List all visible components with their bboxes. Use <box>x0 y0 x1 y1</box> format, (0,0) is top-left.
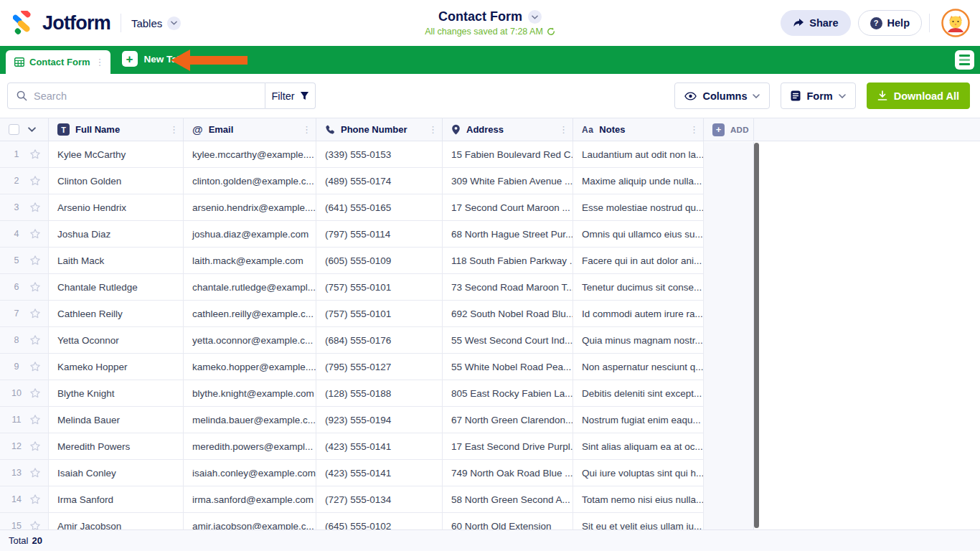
cell-address[interactable]: 55 West Second Court Ind... <box>443 327 573 354</box>
cell-address[interactable]: 692 South Nobel Road Blu... <box>443 301 573 327</box>
cell-address[interactable]: 68 North Hague Street Pur... <box>443 221 573 248</box>
cell-notes[interactable]: Qui iure voluptas sint qui h... <box>573 460 704 486</box>
cell-notes[interactable]: Laudantium aut odit non la... <box>573 141 704 168</box>
column-menu-icon[interactable]: ⋮ <box>302 125 311 134</box>
title-chevron-down-icon[interactable] <box>528 10 542 24</box>
star-favorite-icon[interactable] <box>29 202 41 213</box>
vertical-scrollbar[interactable] <box>754 143 759 528</box>
select-all-checkbox[interactable] <box>9 124 19 135</box>
cell-phone[interactable]: (757) 555-0101 <box>316 274 443 301</box>
cell-address[interactable]: 67 North Green Clarendon... <box>443 407 573 433</box>
cell-email[interactable]: irma.sanford@example.com <box>184 486 316 513</box>
star-favorite-icon[interactable] <box>29 308 41 319</box>
cell-address[interactable]: 17 East Second Drive Purpl... <box>443 433 573 460</box>
cell-email[interactable]: blythe.knight@example.com <box>184 380 316 407</box>
cell-email[interactable]: arsenio.hendrix@example.... <box>184 194 316 221</box>
column-menu-icon[interactable]: ⋮ <box>428 125 438 134</box>
add-column-button[interactable]: + ADD <box>704 118 754 141</box>
search-input[interactable] <box>34 90 256 102</box>
cell-address[interactable]: 73 Second Road Maroon T... <box>443 274 573 301</box>
tables-product-switcher[interactable]: Tables <box>131 17 181 30</box>
share-button[interactable]: Share <box>781 10 850 36</box>
tab-menu-dots-icon[interactable]: ⋮ <box>95 57 105 67</box>
cell-notes[interactable]: Quia minus magnam nostr... <box>573 327 704 354</box>
cell-address[interactable]: 15 Fabien Boulevard Red C... <box>443 141 573 168</box>
star-favorite-icon[interactable] <box>29 228 41 240</box>
cell-phone[interactable]: (423) 555-0141 <box>316 433 443 460</box>
cell-full-name[interactable]: Kylee McCarthy <box>49 141 184 168</box>
cell-full-name[interactable]: Blythe Knight <box>49 380 184 407</box>
cell-phone[interactable]: (797) 555-0114 <box>316 221 443 248</box>
cell-notes[interactable]: Non aspernatur nesciunt q... <box>573 354 704 380</box>
cell-email[interactable]: melinda.bauer@example.c... <box>184 407 316 433</box>
cell-notes[interactable]: Debitis deleniti sint except... <box>573 380 704 407</box>
column-header-full-name[interactable]: T Full Name ⋮ <box>49 118 184 141</box>
cell-phone[interactable]: (339) 555-0153 <box>316 141 443 168</box>
download-all-button[interactable]: Download All <box>867 83 970 109</box>
cell-phone[interactable]: (645) 555-0102 <box>316 513 443 529</box>
cell-address[interactable]: 309 White Fabien Avenue ... <box>443 168 573 194</box>
cell-full-name[interactable]: Chantale Rutledge <box>49 274 184 301</box>
cell-phone[interactable]: (795) 555-0127 <box>316 354 443 380</box>
cell-full-name[interactable]: Joshua Diaz <box>49 221 184 248</box>
cell-full-name[interactable]: Clinton Golden <box>49 168 184 194</box>
star-favorite-icon[interactable] <box>29 149 41 160</box>
column-menu-icon[interactable]: ⋮ <box>169 125 179 134</box>
star-favorite-icon[interactable] <box>29 520 41 529</box>
cell-address[interactable]: 118 South Fabien Parkway ... <box>443 248 573 274</box>
cell-email[interactable]: joshua.diaz@example.com <box>184 221 316 248</box>
cell-full-name[interactable]: Isaiah Conley <box>49 460 184 486</box>
cell-notes[interactable]: Esse molestiae nostrud qu... <box>573 194 704 221</box>
cell-phone[interactable]: (423) 555-0141 <box>316 460 443 486</box>
tab-contact-form[interactable]: Contact Form ⋮ <box>6 50 110 74</box>
cell-full-name[interactable]: Irma Sanford <box>49 486 184 513</box>
cell-address[interactable]: 58 North Green Second A... <box>443 486 573 513</box>
views-list-icon[interactable] <box>955 50 974 70</box>
cell-notes[interactable]: Maxime aliquip unde nulla... <box>573 168 704 194</box>
star-favorite-icon[interactable] <box>29 361 41 372</box>
cell-phone[interactable]: (605) 555-0109 <box>316 248 443 274</box>
user-avatar[interactable] <box>941 9 970 37</box>
cell-phone[interactable]: (641) 555-0165 <box>316 194 443 221</box>
cell-full-name[interactable]: Melinda Bauer <box>49 407 184 433</box>
star-favorite-icon[interactable] <box>29 281 41 293</box>
cell-address[interactable]: 17 Second Court Maroon ... <box>443 194 573 221</box>
cell-email[interactable]: isaiah.conley@example.com <box>184 460 316 486</box>
form-button[interactable]: Form <box>781 83 855 109</box>
cell-address[interactable]: 805 East Rocky Fabien La... <box>443 380 573 407</box>
column-header-address[interactable]: Address ⋮ <box>443 118 573 141</box>
cell-phone[interactable]: (489) 555-0174 <box>316 168 443 194</box>
cell-full-name[interactable]: Yetta Oconnor <box>49 327 184 354</box>
star-favorite-icon[interactable] <box>29 494 41 505</box>
column-menu-icon[interactable]: ⋮ <box>559 125 568 134</box>
column-header-phone[interactable]: Phone Number ⋮ <box>316 118 443 141</box>
cell-email[interactable]: meredith.powers@exampl... <box>184 433 316 460</box>
star-favorite-icon[interactable] <box>29 441 41 452</box>
star-favorite-icon[interactable] <box>29 467 41 479</box>
cell-notes[interactable]: Omnis qui ullamco eius su... <box>573 221 704 248</box>
column-header-email[interactable]: @ Email ⋮ <box>184 118 316 141</box>
cell-notes[interactable]: Sit eu et velit eius ullam ju... <box>573 513 704 529</box>
cell-address[interactable]: 60 North Old Extension <box>443 513 573 529</box>
cell-phone[interactable]: (757) 555-0101 <box>316 301 443 327</box>
cell-notes[interactable]: Facere qui in aut dolor ani... <box>573 248 704 274</box>
star-favorite-icon[interactable] <box>29 255 41 266</box>
cell-email[interactable]: laith.mack@example.com <box>184 248 316 274</box>
cell-address[interactable]: 749 North Oak Road Blue ... <box>443 460 573 486</box>
cell-email[interactable]: clinton.golden@example.c... <box>184 168 316 194</box>
star-favorite-icon[interactable] <box>29 334 41 346</box>
filter-button[interactable]: Filter <box>265 83 316 109</box>
new-tab-button[interactable]: + New Tab <box>122 46 184 74</box>
rows-chevron-down-icon[interactable] <box>28 127 36 132</box>
cell-email[interactable]: kylee.mccarthy@example.... <box>184 141 316 168</box>
cell-email[interactable]: yetta.oconnor@example.c... <box>184 327 316 354</box>
star-favorite-icon[interactable] <box>29 387 41 399</box>
refresh-icon[interactable] <box>547 27 555 36</box>
cell-full-name[interactable]: Laith Mack <box>49 248 184 274</box>
help-button[interactable]: ? Help <box>858 10 922 36</box>
cell-email[interactable]: chantale.rutledge@exampl... <box>184 274 316 301</box>
cell-full-name[interactable]: Arsenio Hendrix <box>49 194 184 221</box>
cell-full-name[interactable]: Amir Jacobson <box>49 513 184 529</box>
cell-full-name[interactable]: Kameko Hopper <box>49 354 184 380</box>
column-header-notes[interactable]: Aa Notes ⋮ <box>573 118 704 141</box>
